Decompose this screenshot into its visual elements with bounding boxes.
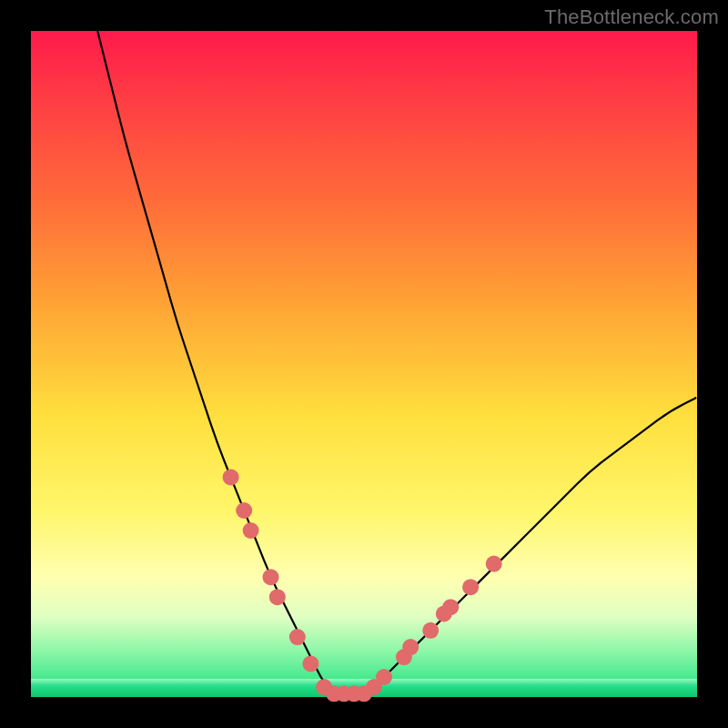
curve-marker: [376, 669, 392, 685]
curve-marker: [302, 655, 318, 672]
curve-marker: [402, 639, 419, 655]
curve-markers: [223, 469, 502, 702]
curve-marker: [269, 589, 286, 605]
bottleneck-curve: [97, 31, 697, 697]
chart-overlay: [31, 31, 697, 697]
curve-marker: [486, 556, 502, 572]
curve-marker: [422, 622, 439, 639]
curve-marker: [289, 629, 306, 645]
curve-marker: [243, 522, 259, 539]
chart-frame: TheBottleneck.com: [0, 0, 728, 728]
curve-marker: [223, 469, 239, 485]
curve-marker: [442, 599, 459, 615]
curve-marker: [462, 579, 479, 595]
watermark-text: TheBottleneck.com: [544, 5, 719, 29]
curve-marker: [236, 502, 252, 519]
curve-marker: [263, 569, 279, 585]
